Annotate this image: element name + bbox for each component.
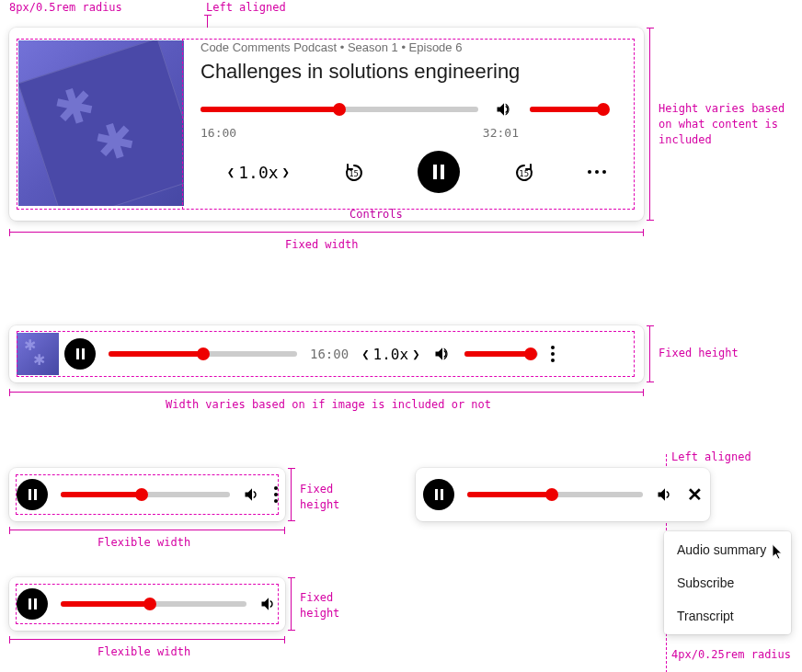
anno-line [9,392,644,393]
pause-icon [435,489,443,500]
cursor-icon [773,544,785,561]
spec-outline [17,39,635,210]
menu-item-transcript[interactable]: Transcript [664,599,791,632]
spec-outline [16,584,279,624]
anno-controls: Controls [349,207,403,222]
anno-radius4: 4px/0.25rem radius [671,647,791,663]
menu-item-subscribe[interactable]: Subscribe [664,566,791,599]
anno-line [9,530,285,530]
anno-brace [649,28,650,221]
volume-icon[interactable] [656,485,674,504]
anno-width-line [9,232,644,233]
spec-outline [17,331,635,377]
spec-divider [182,39,183,210]
anno-fixed-width: Fixed width [285,237,358,253]
anno-brace [649,325,650,382]
anno-fixed-height: Fixed height [659,346,739,361]
anno-brace [291,468,292,521]
anno-height-varies: Height varies based on what content is i… [659,101,785,147]
anno-fixed-height2: Fixed height [300,482,339,513]
anno-width-varies: Width varies based on if image is includ… [166,397,491,413]
audio-player-with-menu: ✕ [416,468,710,521]
anno-fixed-height3: Fixed height [300,590,339,621]
anno-line [9,639,285,640]
close-icon[interactable]: ✕ [687,484,703,506]
seek-slider[interactable] [467,492,643,497]
play-pause-button[interactable] [423,479,454,510]
anno-flexible-width: Flexible width [97,535,190,551]
anno-left-aligned2: Left aligned [671,450,751,465]
anno-left-aligned: Left aligned [206,0,286,16]
anno-brace [291,577,292,631]
anno-flexible-width2: Flexible width [97,644,190,660]
spec-outline [16,474,279,515]
anno-radius8: 8px/0.5rem radius [9,0,122,16]
